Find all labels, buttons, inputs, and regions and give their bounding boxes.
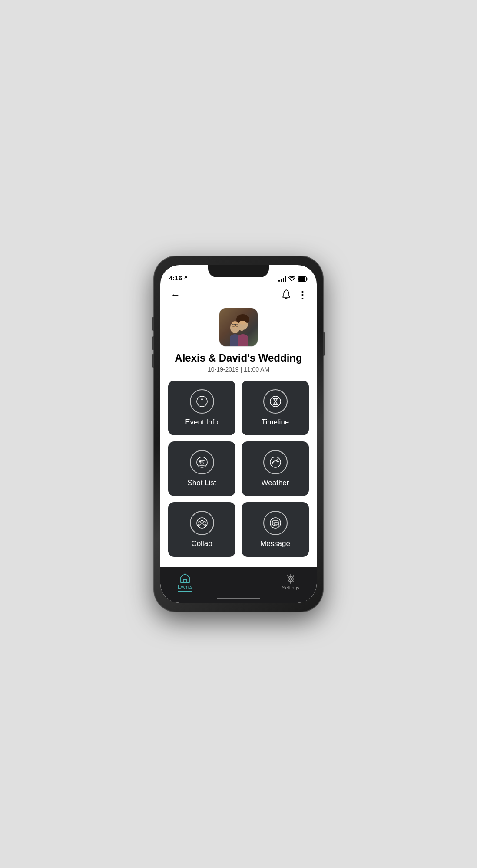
svg-point-27 [199,521,200,523]
nav-events[interactable]: Events [178,573,192,592]
timeline-label: Timeline [262,418,289,427]
header-actions: ⋮ [282,289,308,302]
active-indicator [178,591,192,592]
message-label: Message [260,539,290,548]
svg-point-26 [201,520,203,523]
svg-rect-1 [298,277,305,281]
svg-point-28 [204,521,205,523]
event-title: Alexis & David's Wedding [175,352,302,364]
back-button[interactable]: ← [169,288,182,302]
home-icon [179,573,191,583]
event-photo [219,308,258,347]
info-icon [190,389,214,414]
svg-point-22 [199,461,200,462]
svg-point-12 [245,316,249,323]
svg-point-37 [289,578,292,580]
events-nav-label: Events [178,584,192,589]
settings-gear-icon [285,574,296,584]
notification-bell-icon[interactable] [282,289,291,302]
svg-rect-36 [183,579,187,582]
weather-label: Weather [262,479,289,487]
shot-list-label: Shot List [187,479,216,487]
svg-point-23 [270,457,281,467]
hourglass-icon [263,389,288,414]
weather-tile[interactable]: Weather [242,441,309,496]
svg-point-15 [201,399,202,400]
menu-grid: Event Info Timeline [160,373,317,557]
location-arrow-icon: ↗ [183,275,187,281]
collab-label: Collab [191,539,212,548]
phone-screen: 4:16 ↗ [160,265,317,603]
more-options-icon[interactable]: ⋮ [297,289,308,301]
wifi-icon [288,276,295,282]
camera-icon [190,450,214,474]
timeline-tile[interactable]: Timeline [242,381,309,435]
header: ← ⋮ [160,284,317,302]
event-info-label: Event Info [185,418,219,427]
battery-icon [298,276,308,282]
svg-point-19 [197,457,207,467]
home-indicator [217,598,260,599]
svg-point-38 [288,576,293,582]
nav-settings[interactable]: Settings [282,574,299,590]
signal-icon [278,276,286,282]
message-icon [263,511,288,535]
collab-tile[interactable]: Collab [168,502,235,557]
collab-icon [190,511,214,535]
svg-point-21 [201,462,203,464]
svg-point-11 [236,316,241,323]
phone-frame: 4:16 ↗ [154,256,323,612]
message-tile[interactable]: Message [242,502,309,557]
weather-icon [263,450,288,474]
settings-nav-label: Settings [282,585,299,590]
notch [208,265,269,277]
spacer [160,557,317,567]
event-date: 10-19-2019 | 11:00 AM [208,366,269,373]
status-time: 4:16 ↗ [169,274,187,282]
couple-photo-svg [219,308,258,347]
shot-list-tile[interactable]: Shot List [168,441,235,496]
profile-section: Alexis & David's Wedding 10-19-2019 | 11… [160,302,317,373]
event-info-tile[interactable]: Event Info [168,381,235,435]
status-icons [278,276,308,282]
